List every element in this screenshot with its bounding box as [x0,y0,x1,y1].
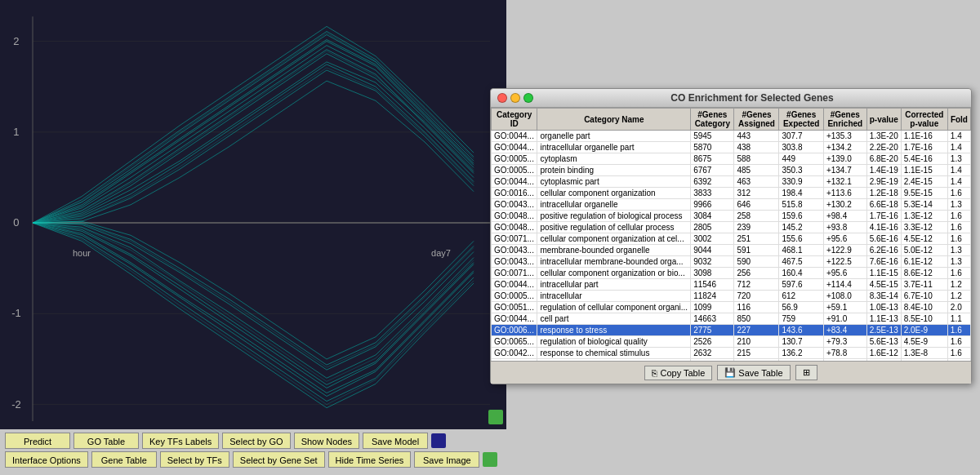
col-header-name[interactable]: Category Name [537,109,691,131]
table-cell: GO:0071... [492,268,537,279]
table-cell: 1.6 [947,211,970,222]
svg-text:2: 2 [13,35,19,47]
interface-options-button[interactable]: Interface Options [5,451,88,468]
table-cell: 1.4E-19 [866,165,901,176]
table-cell: 4.5E-12 [901,233,947,245]
col-header-cat[interactable]: #Genes Category [691,109,734,131]
table-container[interactable]: Category ID Category Name #Genes Categor… [491,108,971,361]
table-cell: 485 [734,165,779,176]
table-row[interactable]: GO:0051...regulation of cellular compone… [492,302,971,313]
show-nodes-button[interactable]: Show Nodes [294,433,359,449]
table-row[interactable]: GO:0044...intracellular organelle part58… [492,142,971,153]
col-header-id[interactable]: Category ID [492,109,537,131]
green-icon[interactable] [483,452,497,467]
table-row[interactable]: GO:0048...positive regulation of cellula… [492,222,971,233]
table-cell: cellular component organization or bio..… [537,268,691,279]
graph-icon[interactable] [488,410,503,424]
table-cell: +91.0 [823,313,866,325]
table-cell: +134.2 [823,142,866,153]
table-cell: GO:0043... [492,199,537,211]
key-tfs-labels-button[interactable]: Key TFs Labels [142,433,219,449]
table-cell: 9044 [691,245,734,256]
table-cell: 515.8 [779,199,823,211]
copy-table-button[interactable]: ⎘ Copy Table [644,366,712,380]
table-cell: 3002 [691,233,734,245]
table-cell: 449 [779,153,823,165]
table-cell: cytoplasm [537,153,691,165]
table-cell: 2.2E-20 [866,142,901,153]
table-cell: 2.9E-19 [866,176,901,188]
minimize-button[interactable] [510,93,520,103]
go-table-button[interactable]: GO Table [74,433,139,449]
table-row[interactable]: GO:0042...response to chemical stimulus2… [492,348,971,359]
table-row[interactable]: GO:0044...cell part14663850759+91.01.1E-… [492,313,971,325]
table-cell: GO:0005... [492,165,537,176]
table-cell: 5870 [691,142,734,153]
maximize-button[interactable] [523,93,533,103]
table-row[interactable]: GO:0044...organelle part5945443307.7+135… [492,131,971,142]
table-row[interactable]: GO:0005...intracellular11824720612+108.0… [492,291,971,302]
table-cell: 8.5E-10 [901,313,947,325]
table-cell: 9032 [691,256,734,268]
table-cell: 136.2 [779,348,823,359]
col-header-fold[interactable]: Fold [947,109,970,131]
table-cell: 56.9 [779,302,823,313]
svg-text:day7: day7 [431,248,451,258]
table-row[interactable]: GO:0043...intracellular membrane-bounded… [492,256,971,268]
select-by-gene-set-button[interactable]: Select by Gene Set [233,451,325,468]
table-row[interactable]: GO:0043...membrane-bounded organelle9044… [492,245,971,256]
table-row[interactable]: GO:0016...cellular component organizatio… [492,188,971,199]
table-cell: 9.5E-15 [901,188,947,199]
table-cell: 646 [734,199,779,211]
predict-button[interactable]: Predict [5,433,70,449]
col-header-corrected[interactable]: Corrected p-value [901,109,947,131]
table-cell: 3833 [691,188,734,199]
gene-table-button[interactable]: Gene Table [91,451,157,468]
table-cell: 2.5E-13 [866,325,901,336]
col-header-enriched[interactable]: #Genes Enriched [823,109,866,131]
table-cell: cellular component organization [537,188,691,199]
close-button[interactable] [497,93,507,103]
table-cell: 2526 [691,336,734,348]
table-cell: 1099 [691,302,734,313]
table-cell: 759 [779,313,823,325]
table-row[interactable]: GO:0044...cytoplasmic part6392463330.9+1… [492,176,971,188]
table-cell: 303.8 [779,142,823,153]
table-row[interactable]: GO:0005...cytoplasm8675588449+139.06.8E-… [492,153,971,165]
hide-time-series-button[interactable]: Hide Time Series [328,451,412,468]
select-by-tfs-button[interactable]: Select by TFs [160,451,229,468]
save-image-button[interactable]: Save Image [414,451,479,468]
table-cell: 1.6 [947,336,970,348]
table-row[interactable]: GO:0065...regulation of biological quali… [492,336,971,348]
table-cell: 6.1E-12 [901,256,947,268]
table-row[interactable]: GO:0044...intracellular part11546712597.… [492,279,971,291]
table-cell: +122.5 [823,256,866,268]
table-cell: GO:0051... [492,302,537,313]
save-model-button[interactable]: Save Model [363,433,428,449]
col-header-pval[interactable]: p-value [866,109,901,131]
col-header-assigned[interactable]: #Genes Assigned [734,109,779,131]
table-cell: cellular component organization at cel..… [537,233,691,245]
table-cell: GO:0005... [492,291,537,302]
col-header-expected[interactable]: #Genes Expected [779,109,823,131]
table-row[interactable]: GO:0071...cellular component organizatio… [492,233,971,245]
table-cell: 1.2E-18 [866,188,901,199]
table-row[interactable]: GO:0048...positive regulation of biologi… [492,211,971,222]
graph-area: 2 1 0 -1 -2 hour day7 [0,0,506,475]
select-by-go-button[interactable]: Select by GO [222,433,290,449]
table-row[interactable]: GO:0071...cellular component organizatio… [492,268,971,279]
table-cell: 239 [734,222,779,233]
save-table-button[interactable]: 💾 Save Table [717,365,790,380]
svg-rect-0 [0,0,506,429]
table-row[interactable]: GO:0005...protein binding6767485350.3+13… [492,165,971,176]
svg-text:-2: -2 [11,398,21,411]
table-cell: response to stress [537,325,691,336]
table-row[interactable]: GO:0043...intracellular organelle9966646… [492,199,971,211]
table-cell: 116 [734,302,779,313]
table-cell: organelle part [537,131,691,142]
table-cell: 6392 [691,176,734,188]
table-row[interactable]: GO:0006...response to stress2775227143.6… [492,325,971,336]
table-options-button[interactable]: ⊞ [795,365,817,380]
graph-settings-icon[interactable] [431,433,446,448]
table-cell: 198.4 [779,188,823,199]
